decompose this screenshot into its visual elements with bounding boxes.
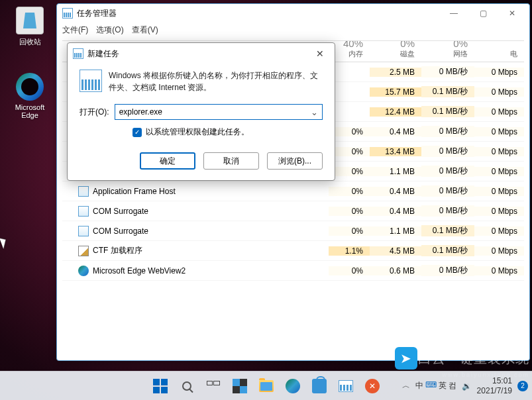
- admin-label: 以系统管理权限创建此任务。: [146, 126, 249, 138]
- process-name: Application Frame Host: [93, 187, 176, 196]
- menu-options[interactable]: 选项(O): [96, 25, 123, 36]
- taskbar: ✕ ︿ 中 ⌨ 英 컴 🔉 15:01 2021/7/19 2: [0, 371, 532, 400]
- cell-disk: 0.1 MB/秒: [421, 225, 474, 236]
- minimize-button[interactable]: —: [439, 4, 468, 23]
- cell-cpu: 0%: [329, 187, 370, 196]
- cell-mem: 13.4 MB: [370, 147, 421, 156]
- edge-shortcut[interactable]: Microsoft Edge: [7, 73, 53, 119]
- col-pow[interactable]: 电: [474, 49, 524, 59]
- dialog-titlebar[interactable]: 新建任务 ✕: [68, 43, 335, 64]
- cell-mem: 0.6 MB: [370, 266, 421, 275]
- edge-icon: [16, 73, 44, 101]
- cancel-button[interactable]: 取消: [203, 152, 259, 170]
- menu-file[interactable]: 文件(F): [62, 25, 88, 36]
- menu-view[interactable]: 查看(V): [132, 25, 158, 36]
- cell-net: 0 Mbps: [474, 127, 524, 136]
- ok-button[interactable]: 确定: [140, 152, 195, 170]
- edge-tb-icon: [286, 379, 300, 393]
- dialog-title: 新建任务: [87, 48, 311, 60]
- table-row[interactable]: Microsoft Edge WebView2 0% 0.6 MB 0 MB/秒…: [62, 261, 524, 281]
- recycle-label: 回收站: [7, 37, 53, 47]
- table-row[interactable]: CTF 加载程序 1.1% 4.5 MB 0.1 MB/秒 0 Mbps: [62, 241, 524, 261]
- cell-disk: 0 MB/秒: [421, 265, 474, 276]
- cell-disk: 0.1 MB/秒: [421, 106, 474, 117]
- dialog-icon: [73, 48, 83, 59]
- cell-disk: 0.1 MB/秒: [421, 86, 474, 97]
- process-name: COM Surrogate: [93, 226, 148, 236]
- explorer-button[interactable]: [254, 374, 278, 398]
- widgets-icon: [233, 379, 247, 393]
- cell-net: 0 Mbps: [474, 246, 524, 256]
- widgets-button[interactable]: [228, 374, 252, 398]
- col-net[interactable]: 0%网络: [421, 40, 474, 59]
- clock[interactable]: 15:01 2021/7/19: [477, 376, 512, 396]
- tray-chevron-icon[interactable]: ︿: [402, 380, 410, 391]
- cell-disk: 0 MB/秒: [421, 66, 474, 77]
- cell-cpu: 0%: [329, 266, 370, 275]
- process-name: CTF 加载程序: [93, 245, 142, 256]
- recycle-bin[interactable]: 回收站: [7, 7, 53, 47]
- cell-net: 0 Mbps: [474, 87, 524, 97]
- table-row[interactable]: COM Surrogate 0% 1.1 MB 0.1 MB/秒 0 Mbps: [62, 221, 524, 241]
- task-manager-window: 任务管理器 — ▢ ✕ 文件(F) 选项(O) 查看(V) 40%内存 0%磁盘…: [56, 3, 530, 361]
- open-label: 打开(O):: [80, 107, 109, 118]
- edge-button[interactable]: [281, 374, 305, 398]
- notification-icon[interactable]: 2: [517, 381, 528, 391]
- cell-disk: 0 MB/秒: [421, 166, 474, 177]
- recycle-icon: [16, 7, 44, 34]
- search-icon: [182, 381, 191, 391]
- cell-cpu: 0%: [329, 207, 370, 216]
- taskview-icon: [207, 381, 220, 391]
- titlebar[interactable]: 任务管理器 — ▢ ✕: [57, 4, 529, 23]
- menubar: 文件(F) 选项(O) 查看(V): [57, 23, 529, 37]
- cell-cpu: 1.1%: [329, 246, 370, 256]
- cell-disk: 0 MB/秒: [421, 205, 474, 217]
- window-title: 任务管理器: [77, 8, 439, 19]
- cell-mem: 0.4 MB: [370, 187, 421, 196]
- table-row[interactable]: COM Surrogate 0% 0.4 MB 0 MB/秒 0 Mbps: [62, 201, 524, 221]
- process-icon: [78, 206, 89, 217]
- close-app-button[interactable]: ✕: [360, 374, 384, 398]
- admin-checkbox-row[interactable]: ✓ 以系统管理权限创建此任务。: [68, 123, 335, 143]
- x-icon: ✕: [365, 379, 380, 393]
- cell-mem: 15.7 MB: [370, 87, 421, 97]
- cell-net: 0 Mbps: [474, 107, 524, 117]
- dialog-desc: Windows 将根据你所键入的名称，为你打开相应的程序、文件夹、文档或 Int…: [109, 70, 323, 93]
- cell-mem: 2.5 MB: [370, 68, 421, 77]
- cell-disk: 0.1 MB/秒: [421, 245, 474, 256]
- browse-button[interactable]: 浏览(B)...: [267, 152, 323, 170]
- cursor-icon: [0, 236, 9, 249]
- new-task-dialog: 新建任务 ✕ Windows 将根据你所键入的名称，为你打开相应的程序、文件夹、…: [67, 42, 335, 181]
- folder-icon: [259, 380, 274, 392]
- dialog-close-button[interactable]: ✕: [311, 48, 329, 59]
- cell-disk: 0 MB/秒: [421, 126, 474, 137]
- start-button[interactable]: [148, 374, 172, 398]
- process-icon: [78, 266, 89, 276]
- process-icon: [78, 246, 89, 256]
- close-button[interactable]: ✕: [498, 4, 527, 23]
- ime-indicator[interactable]: 中 ⌨ 英 컴: [415, 380, 456, 391]
- table-row[interactable]: Application Frame Host 0% 0.4 MB 0 MB/秒 …: [62, 181, 524, 201]
- store-button[interactable]: [307, 374, 331, 398]
- chart-icon: [339, 380, 353, 392]
- cell-mem: 12.4 MB: [370, 107, 421, 117]
- process-name: COM Surrogate: [93, 207, 148, 216]
- cell-cpu: 0%: [329, 226, 370, 236]
- run-icon: [80, 70, 102, 92]
- store-icon: [312, 379, 327, 393]
- maximize-button[interactable]: ▢: [468, 4, 498, 23]
- col-disk[interactable]: 0%磁盘: [370, 40, 421, 59]
- open-combobox[interactable]: explorer.exe: [115, 104, 323, 120]
- cell-net: 0 Mbps: [474, 187, 524, 196]
- cell-disk: 0 MB/秒: [421, 185, 474, 197]
- cell-net: 0 Mbps: [474, 147, 524, 156]
- taskview-button[interactable]: [201, 374, 225, 398]
- taskmgr-button[interactable]: [334, 374, 358, 398]
- volume-icon[interactable]: 🔉: [462, 381, 472, 391]
- cell-net: 0 Mbps: [474, 167, 524, 176]
- cell-mem: 4.5 MB: [370, 246, 421, 256]
- cell-mem: 0.4 MB: [370, 207, 421, 216]
- edge-label: Microsoft Edge: [7, 103, 53, 119]
- cell-net: 0 Mbps: [474, 68, 524, 77]
- search-button[interactable]: [175, 374, 199, 398]
